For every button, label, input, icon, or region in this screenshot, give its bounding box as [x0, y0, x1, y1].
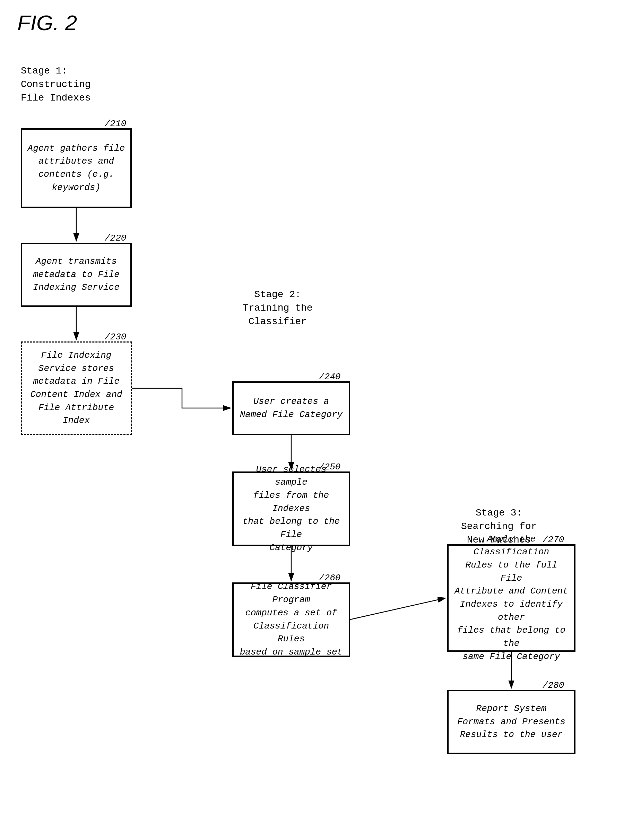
stage1-label: Stage 1: Constructing File Indexes — [21, 64, 91, 105]
box-280: Report System Formats and Presents Resul… — [447, 690, 575, 754]
box-240: User creates a Named File Category — [232, 381, 350, 435]
box-220: Agent transmits metadata to File Indexin… — [21, 243, 132, 307]
box-230: File Indexing Service stores metadata in… — [21, 341, 132, 435]
ref-230: /230 — [105, 332, 126, 342]
ref-270: /270 — [543, 534, 564, 545]
ref-260: /260 — [319, 573, 340, 583]
box-270: Apply the Classification Rules to the fu… — [447, 544, 575, 652]
ref-250: /250 — [319, 462, 340, 472]
svg-line-5 — [350, 598, 446, 620]
ref-220: /220 — [105, 233, 126, 243]
ref-210: /210 — [105, 119, 126, 129]
box-260: File Classifier Program computes a set o… — [232, 583, 350, 657]
stage2-label: Stage 2: Training the Classifier — [243, 288, 313, 329]
box-210: Agent gathers file attributes and conten… — [21, 128, 132, 208]
ref-240: /240 — [319, 372, 340, 382]
box-250: User selectes sample files from the Inde… — [232, 471, 350, 546]
ref-280: /280 — [543, 680, 564, 690]
page-title: FIG. 2 — [17, 10, 77, 35]
